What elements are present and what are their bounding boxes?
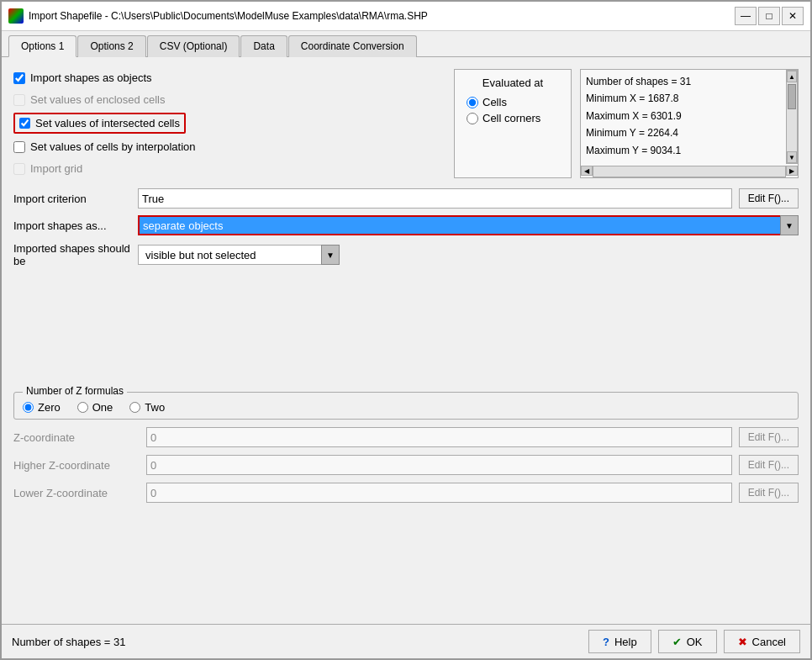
help-label: Help xyxy=(614,636,637,648)
imported-shapes-row: Imported shapes should be visible but no… xyxy=(13,242,799,267)
info-line-4: Minimum Y = 2264.4 xyxy=(586,124,778,141)
cells-radio[interactable] xyxy=(467,97,478,108)
cells-radio-row: Cells xyxy=(467,96,559,108)
z-zero-radio[interactable] xyxy=(23,402,34,413)
top-area: Import shapes as objects Set values of e… xyxy=(13,69,799,178)
import-shapes-label[interactable]: Import shapes as objects xyxy=(30,71,152,84)
z-coordinate-label: Z-coordinate xyxy=(13,431,140,444)
import-grid-row: Import grid xyxy=(13,160,446,177)
z-two-radio[interactable] xyxy=(129,402,140,413)
evaluated-at-box: Evaluated at Cells Cell corners xyxy=(454,69,572,178)
import-criterion-edit-button[interactable]: Edit F()... xyxy=(739,188,799,209)
titlebar-left: Import Shapefile - C:\Users\Public\Docum… xyxy=(8,8,428,24)
z-one-label[interactable]: One xyxy=(92,401,113,414)
higher-z-coordinate-row: Higher Z-coordinate Edit F()... xyxy=(13,455,799,475)
scroll-down-arrow[interactable]: ▼ xyxy=(787,151,797,163)
import-shapes-as-select[interactable]: separate objects single object combined … xyxy=(138,215,799,235)
ok-button[interactable]: ✔ OK xyxy=(658,630,717,653)
tab-data[interactable]: Data xyxy=(240,35,287,57)
horizontal-scrollbar[interactable] xyxy=(593,166,786,177)
titlebar: Import Shapefile - C:\Users\Public\Docum… xyxy=(2,2,810,31)
cancel-icon: ✖ xyxy=(738,636,747,648)
evaluated-at-title: Evaluated at xyxy=(467,77,559,89)
cell-corners-radio-row: Cell corners xyxy=(467,112,559,124)
status-shapes-count: Number of shapes = 31 xyxy=(12,636,126,648)
z-formulas-legend: Number of Z formulas xyxy=(23,385,127,397)
scroll-thumb[interactable] xyxy=(788,84,796,109)
lower-z-input xyxy=(146,483,732,503)
import-shapes-as-label: Import shapes as... xyxy=(13,219,131,232)
z-two-label[interactable]: Two xyxy=(145,401,165,414)
help-icon: ? xyxy=(603,636,609,648)
close-button[interactable]: ✕ xyxy=(782,7,804,25)
cancel-label: Cancel xyxy=(752,636,786,648)
import-shapes-checkbox[interactable] xyxy=(13,72,25,84)
info-content: Number of shapes = 31 Minimum X = 1687.8… xyxy=(581,70,783,164)
cell-corners-radio[interactable] xyxy=(467,113,478,124)
z-coordinate-row: Z-coordinate Edit F()... xyxy=(13,427,799,447)
right-panel: Number of shapes = 31 Minimum X = 1687.8… xyxy=(580,69,799,178)
scroll-left-arrow[interactable]: ◀ xyxy=(581,166,593,176)
maximize-button[interactable]: □ xyxy=(758,7,780,25)
cells-label[interactable]: Cells xyxy=(482,96,507,108)
lower-z-coordinate-row: Lower Z-coordinate Edit F()... xyxy=(13,483,799,503)
z-coordinate-input xyxy=(146,427,732,447)
tab-options2[interactable]: Options 2 xyxy=(77,35,145,57)
app-icon xyxy=(8,8,24,24)
vertical-scrollbar[interactable]: ▲ ▼ xyxy=(786,70,798,164)
statusbar-buttons: ? Help ✔ OK ✖ Cancel xyxy=(588,630,800,653)
z-formulas-group: Number of Z formulas Zero One Two xyxy=(13,392,799,420)
z-two-radio-item: Two xyxy=(129,401,165,414)
import-criterion-label: Import criterion xyxy=(13,193,131,205)
intersected-cells-row: Set values of intersected cells xyxy=(13,113,446,134)
tab-coordinate[interactable]: Coordinate Conversion xyxy=(288,35,417,57)
lower-z-label: Lower Z-coordinate xyxy=(13,487,140,499)
enclosed-cells-checkbox xyxy=(13,94,25,106)
info-line-5: Maximum Y = 9034.1 xyxy=(586,142,778,159)
z-one-radio[interactable] xyxy=(77,402,88,413)
interpolation-label[interactable]: Set values of cells by interpolation xyxy=(30,140,196,153)
interpolation-row: Set values of cells by interpolation xyxy=(13,138,446,156)
import-shapes-as-row: Import shapes as... separate objects sin… xyxy=(13,215,799,235)
lower-z-edit-button: Edit F()... xyxy=(739,483,799,503)
higher-z-input xyxy=(146,455,732,475)
main-window: Import Shapefile - C:\Users\Public\Docum… xyxy=(0,0,812,660)
z-zero-label[interactable]: Zero xyxy=(38,401,61,414)
ok-icon: ✔ xyxy=(672,636,682,648)
import-grid-label: Import grid xyxy=(30,162,82,175)
z-one-radio-item: One xyxy=(77,401,113,414)
interpolation-checkbox[interactable] xyxy=(13,141,25,153)
imported-shapes-select[interactable]: visible but not selected visible and sel… xyxy=(138,245,340,265)
main-content: Import shapes as objects Set values of e… xyxy=(2,57,810,624)
cell-corners-label[interactable]: Cell corners xyxy=(482,112,540,124)
statusbar: Number of shapes = 31 ? Help ✔ OK ✖ Canc… xyxy=(2,624,810,658)
window-title: Import Shapefile - C:\Users\Public\Docum… xyxy=(29,10,428,22)
import-criterion-input[interactable] xyxy=(138,188,732,209)
intersected-cells-highlight: Set values of intersected cells xyxy=(13,113,186,134)
cancel-button[interactable]: ✖ Cancel xyxy=(724,630,800,653)
imported-shapes-select-wrapper: visible but not selected visible and sel… xyxy=(138,245,340,265)
tab-options1[interactable]: Options 1 xyxy=(8,35,76,57)
intersected-cells-checkbox[interactable] xyxy=(19,118,30,129)
tab-bar: Options 1 Options 2 CSV (Optional) Data … xyxy=(2,31,810,57)
help-button[interactable]: ? Help xyxy=(588,630,651,653)
z-zero-radio-item: Zero xyxy=(23,401,61,414)
enclosed-cells-row: Set values of enclosed cells xyxy=(13,91,446,108)
scroll-right-arrow[interactable]: ▶ xyxy=(786,166,798,176)
intersected-cells-label[interactable]: Set values of intersected cells xyxy=(35,117,180,129)
info-line-2: Minimum X = 1687.8 xyxy=(586,90,778,107)
higher-z-edit-button: Edit F()... xyxy=(739,455,799,475)
info-line-3: Maximum X = 6301.9 xyxy=(586,108,778,124)
minimize-button[interactable]: — xyxy=(735,7,757,25)
left-panel: Import shapes as objects Set values of e… xyxy=(13,69,446,178)
z-radio-row: Zero One Two xyxy=(23,401,789,414)
ok-label: OK xyxy=(687,636,703,648)
higher-z-label: Higher Z-coordinate xyxy=(13,459,140,472)
z-coordinate-edit-button: Edit F()... xyxy=(739,427,799,447)
scroll-up-arrow[interactable]: ▲ xyxy=(787,71,797,82)
import-criterion-row: Import criterion Edit F()... xyxy=(13,188,799,209)
tab-csv[interactable]: CSV (Optional) xyxy=(147,35,240,57)
info-line-1: Number of shapes = 31 xyxy=(586,73,778,90)
import-shapes-row: Import shapes as objects xyxy=(13,69,446,87)
titlebar-buttons: — □ ✕ xyxy=(735,7,804,25)
